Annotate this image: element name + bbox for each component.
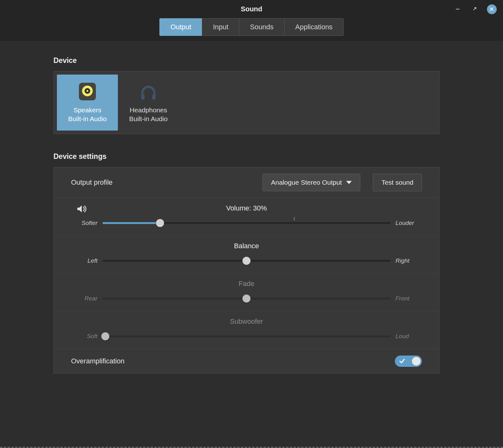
overamplification-row: Overamplification bbox=[54, 349, 439, 373]
output-profile-row: Output profile Analogue Stereo Output Te… bbox=[54, 167, 439, 198]
volume-slider-track[interactable] bbox=[102, 222, 390, 224]
tab-input[interactable]: Input bbox=[202, 18, 239, 36]
balance-row: Balance Left Right bbox=[54, 235, 439, 273]
sound-window: Sound Outp bbox=[0, 0, 503, 373]
subwoofer-label: Subwoofer bbox=[54, 317, 439, 326]
subwoofer-slider-handle bbox=[101, 332, 110, 340]
device-item-speakers[interactable]: Speakers Built-in Audio bbox=[57, 75, 118, 131]
toggle-knob[interactable] bbox=[412, 356, 421, 366]
titlebar: Sound bbox=[0, 0, 503, 18]
window-controls bbox=[452, 3, 497, 15]
subwoofer-row: Subwoofer Soft Loud bbox=[54, 311, 439, 349]
speaker-icon bbox=[78, 82, 97, 103]
device-label: Speakers Built-in Audio bbox=[68, 106, 107, 124]
unmaximize-icon bbox=[472, 6, 477, 12]
subwoofer-slider-track bbox=[102, 335, 390, 337]
balance-slider-handle[interactable] bbox=[242, 256, 251, 265]
overamplification-label: Overamplification bbox=[71, 357, 124, 365]
volume-slider-fill bbox=[102, 222, 160, 224]
subwoofer-soft-label: Soft bbox=[71, 333, 97, 340]
fade-row: Fade Rear Front bbox=[54, 273, 439, 311]
fade-rear-label: Rear bbox=[71, 295, 97, 302]
fade-slider-handle bbox=[242, 294, 251, 303]
subwoofer-slider bbox=[102, 332, 390, 340]
device-label: Headphones Built-in Audio bbox=[129, 106, 168, 124]
test-sound-button[interactable]: Test sound bbox=[373, 174, 422, 191]
headphones-icon bbox=[139, 82, 158, 103]
volume-100-tick bbox=[294, 217, 295, 221]
balance-label: Balance bbox=[54, 242, 439, 250]
volume-label: Volume: 30% bbox=[54, 204, 439, 212]
balance-left-label: Left bbox=[71, 257, 97, 264]
close-icon bbox=[487, 4, 497, 14]
fade-slider bbox=[102, 294, 390, 303]
volume-row: Volume: 30% Softer Louder bbox=[54, 198, 439, 235]
output-profile-dropdown[interactable]: Analogue Stereo Output bbox=[263, 174, 360, 191]
fade-label: Fade bbox=[54, 280, 439, 288]
minimize-button[interactable] bbox=[452, 3, 463, 15]
volume-slider-handle[interactable] bbox=[156, 219, 164, 227]
tab-applications[interactable]: Applications bbox=[284, 18, 344, 36]
check-icon bbox=[399, 358, 405, 365]
close-button[interactable] bbox=[486, 3, 497, 15]
unmaximize-button[interactable] bbox=[469, 3, 480, 15]
output-profile-label: Output profile bbox=[71, 178, 250, 187]
device-list: Speakers Built-in Audio Headphones Built… bbox=[53, 71, 439, 134]
volume-slider[interactable] bbox=[102, 219, 390, 227]
volume-louder-label: Louder bbox=[395, 220, 422, 227]
chevron-down-icon bbox=[346, 181, 352, 184]
window-bottom-edge bbox=[0, 447, 503, 448]
overamplification-toggle[interactable] bbox=[395, 356, 422, 367]
output-profile-value: Analogue Stereo Output bbox=[271, 179, 342, 186]
volume-softer-label: Softer bbox=[71, 220, 97, 227]
volume-icon bbox=[76, 204, 87, 215]
fade-front-label: Front bbox=[395, 295, 422, 302]
device-settings-heading: Device settings bbox=[53, 152, 439, 161]
balance-slider[interactable] bbox=[102, 256, 390, 265]
subwoofer-loud-label: Loud bbox=[395, 333, 422, 340]
minimize-icon bbox=[455, 6, 460, 12]
device-heading: Device bbox=[53, 56, 439, 65]
device-item-headphones[interactable]: Headphones Built-in Audio bbox=[118, 75, 179, 131]
window-header: Sound Outp bbox=[0, 0, 503, 41]
device-settings-panel: Output profile Analogue Stereo Output Te… bbox=[53, 167, 439, 373]
balance-right-label: Right bbox=[395, 257, 422, 264]
main-content: Device Speakers Built-in Audio bbox=[53, 56, 439, 373]
tab-sounds[interactable]: Sounds bbox=[239, 18, 285, 36]
tab-bar: Output Input Sounds Applications bbox=[0, 18, 503, 36]
window-title: Sound bbox=[0, 5, 503, 13]
tab-output[interactable]: Output bbox=[159, 18, 202, 36]
